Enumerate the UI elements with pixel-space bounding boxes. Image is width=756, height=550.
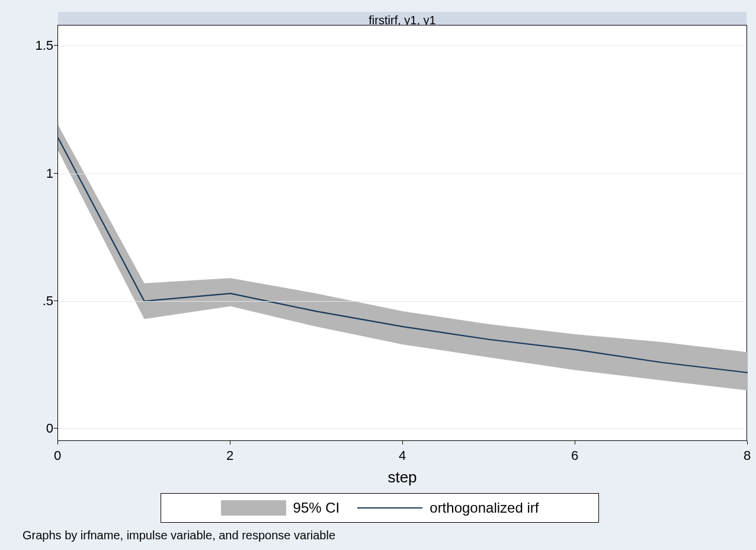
legend-item-ci: 95% CI bbox=[221, 500, 340, 516]
x-tick-mark bbox=[747, 441, 748, 445]
plot-svg bbox=[58, 25, 747, 440]
gridline-h bbox=[58, 429, 747, 429]
plot-area bbox=[57, 25, 747, 441]
x-tick-label: 0 bbox=[54, 448, 61, 463]
x-tick-mark bbox=[57, 441, 58, 445]
gridline-h bbox=[58, 46, 747, 46]
legend-swatch-line bbox=[357, 507, 422, 509]
chart-container: firstirf, y1, y1 0.511.5 02468 step 95% … bbox=[0, 0, 756, 550]
legend-swatch-ci bbox=[221, 500, 286, 516]
y-tick-label: .5 bbox=[6, 293, 53, 309]
x-axis-title: step bbox=[57, 468, 747, 487]
x-tick-mark bbox=[575, 441, 575, 445]
gridline-h bbox=[58, 174, 747, 174]
x-tick-mark bbox=[402, 441, 403, 445]
x-tick-label: 2 bbox=[226, 448, 233, 463]
y-tick-label: 1.5 bbox=[6, 38, 53, 53]
y-tick-label: 0 bbox=[6, 421, 53, 436]
x-tick-mark bbox=[230, 441, 230, 445]
gridline-h bbox=[58, 301, 747, 302]
legend-label-ci: 95% CI bbox=[293, 500, 340, 516]
ci-band bbox=[58, 125, 748, 391]
y-tick-label: 1 bbox=[6, 166, 53, 181]
x-tick-label: 6 bbox=[571, 448, 578, 463]
legend-item-line: orthogonalized irf bbox=[357, 500, 539, 516]
x-tick-label: 8 bbox=[744, 448, 751, 463]
legend: 95% CI orthogonalized irf bbox=[161, 493, 599, 523]
chart-footnote: Graphs by irfname, impulse variable, and… bbox=[23, 529, 335, 542]
x-tick-label: 4 bbox=[399, 448, 406, 463]
legend-label-line: orthogonalized irf bbox=[430, 500, 539, 516]
